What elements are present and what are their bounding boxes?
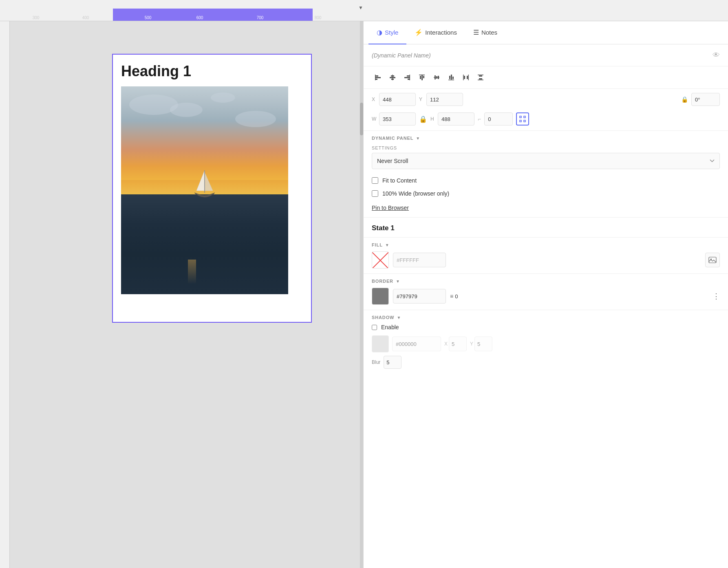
dynamic-panel-canvas[interactable]: Heading 1: [112, 54, 312, 323]
svg-rect-24: [451, 75, 452, 79]
tab-notes-label: Notes: [481, 29, 497, 36]
shadow-label: SHADOW: [372, 315, 394, 320]
state-section: State 1: [364, 218, 728, 238]
sailboat-svg: [192, 168, 217, 201]
border-section: BORDER ▼ ≡ ⋮: [364, 274, 728, 310]
fill-arrow: ▼: [385, 243, 390, 247]
y-label: Y: [419, 97, 425, 102]
canvas-area[interactable]: Heading 1: [0, 21, 363, 568]
shadow-color-swatch[interactable]: [372, 335, 389, 352]
ruler-tick-500: 500: [145, 15, 152, 21]
svg-rect-33: [478, 75, 483, 75]
x-field: X: [372, 93, 416, 106]
border-width-row: ≡: [450, 289, 475, 304]
border-more-button[interactable]: ⋮: [713, 292, 720, 301]
fill-image-button[interactable]: [705, 253, 720, 267]
corner-input[interactable]: [484, 112, 513, 125]
fill-color-input[interactable]: [393, 253, 446, 267]
pin-to-browser-row: Pin to Browser: [364, 200, 728, 218]
canvas-scrollbar-thumb[interactable]: [360, 103, 363, 135]
border-label: BORDER: [372, 279, 393, 284]
shadow-y-input[interactable]: [474, 337, 492, 351]
interactions-icon: ⚡: [415, 29, 423, 36]
notes-icon: ☰: [473, 29, 479, 36]
scroll-select[interactable]: Never Scroll Vertical Horizontal Both: [372, 153, 720, 169]
fill-swatch[interactable]: [372, 251, 389, 269]
y-field: Y: [419, 93, 463, 106]
ruler-dropdown-arrow[interactable]: ▼: [358, 5, 363, 11]
ruler-tick-300: 300: [33, 15, 40, 21]
visibility-icon[interactable]: 👁: [713, 51, 720, 59]
full-width-label[interactable]: 100% Wide (browser only): [382, 190, 449, 197]
fit-to-content-checkbox[interactable]: [372, 177, 378, 184]
pin-to-browser-link[interactable]: Pin to Browser: [372, 205, 409, 211]
shadow-color-input[interactable]: [392, 337, 441, 351]
tab-notes[interactable]: ☰ Notes: [465, 21, 505, 44]
w-label: W: [372, 116, 377, 122]
h-input[interactable]: [438, 112, 474, 125]
svg-rect-32: [479, 78, 482, 79]
svg-rect-36: [524, 116, 525, 118]
align-top-button[interactable]: [416, 71, 428, 84]
blur-label: Blur: [372, 359, 380, 365]
svg-rect-28: [467, 76, 468, 79]
distribute-h-button[interactable]: [460, 71, 472, 84]
rotate-input[interactable]: [691, 93, 720, 106]
h-label: H: [430, 116, 436, 122]
vertical-ruler: [0, 21, 10, 568]
svg-rect-16: [421, 75, 423, 80]
fit-to-content-label[interactable]: Fit to Content: [382, 177, 417, 184]
fill-header: FILL ▼: [372, 242, 720, 247]
fit-to-content-row: Fit to Content: [364, 174, 728, 187]
svg-rect-29: [463, 75, 464, 80]
svg-rect-25: [452, 77, 454, 79]
ruler-tick-400: 400: [82, 15, 89, 21]
border-color-swatch[interactable]: [372, 288, 389, 305]
fit-to-canvas-button[interactable]: [516, 112, 529, 125]
tab-style[interactable]: ◑ Style: [368, 21, 406, 44]
svg-rect-39: [709, 257, 716, 263]
distribute-v-button[interactable]: [474, 71, 487, 84]
panel-image: [121, 86, 288, 294]
align-bottom-button[interactable]: [445, 71, 457, 84]
border-arrow: ▼: [396, 279, 400, 284]
blur-input[interactable]: [384, 356, 402, 369]
shadow-x-input[interactable]: [449, 337, 467, 351]
size-lock-icon[interactable]: 🔒: [419, 115, 427, 123]
full-width-checkbox[interactable]: [372, 190, 378, 197]
blur-row: Blur: [364, 356, 728, 369]
y-input[interactable]: [426, 93, 463, 106]
shadow-enable-row: Enable: [372, 324, 720, 330]
svg-rect-10: [392, 75, 393, 80]
w-input[interactable]: [379, 112, 416, 125]
align-left-button[interactable]: [372, 71, 384, 84]
w-field: W: [372, 112, 416, 125]
svg-rect-27: [464, 76, 465, 79]
panel-name-row: (Dynamic Panel Name) 👁: [364, 44, 728, 66]
tab-interactions[interactable]: ⚡ Interactions: [406, 21, 465, 44]
dynamic-panel-header[interactable]: DYNAMIC PANEL ▼: [364, 131, 728, 144]
align-middle-button[interactable]: [430, 71, 443, 84]
svg-rect-30: [468, 75, 469, 80]
shadow-header: SHADOW ▼: [372, 315, 720, 320]
fill-section: FILL ▼: [364, 238, 728, 274]
ruler-track: 300 400 500 600 700 800: [0, 9, 728, 21]
svg-rect-38: [524, 120, 525, 122]
svg-rect-37: [520, 120, 521, 122]
cloud-3: [211, 92, 235, 103]
svg-rect-22: [434, 77, 439, 78]
shadow-enable-label[interactable]: Enable: [381, 324, 399, 330]
border-color-input[interactable]: [393, 289, 446, 304]
shadow-enable-checkbox[interactable]: [372, 325, 377, 330]
panel-name-text: (Dynamic Panel Name): [372, 52, 431, 59]
align-center-h-button[interactable]: [386, 71, 399, 84]
fill-row: [372, 251, 720, 269]
svg-rect-14: [410, 75, 410, 80]
canvas-scrollbar[interactable]: [360, 21, 363, 568]
border-header: BORDER ▼: [372, 279, 720, 284]
align-right-button[interactable]: [401, 71, 413, 84]
x-input[interactable]: [379, 93, 416, 106]
border-width-input[interactable]: [455, 289, 475, 304]
lock-icon: 🔒: [681, 96, 688, 103]
full-width-row: 100% Wide (browser only): [364, 187, 728, 200]
